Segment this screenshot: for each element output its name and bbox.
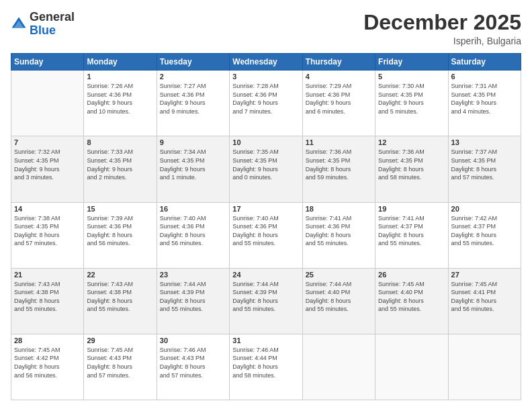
day-info: Sunrise: 7:36 AM Sunset: 4:35 PM Dayligh…: [378, 148, 445, 181]
calendar-header-row: Sunday Monday Tuesday Wednesday Thursday…: [11, 54, 521, 71]
day-info: Sunrise: 7:45 AM Sunset: 4:43 PM Dayligh…: [87, 346, 153, 379]
calendar-cell: 16Sunrise: 7:40 AM Sunset: 4:36 PM Dayli…: [157, 202, 229, 268]
day-number: 23: [160, 271, 226, 279]
col-monday: Monday: [84, 54, 157, 71]
calendar-cell: 22Sunrise: 7:43 AM Sunset: 4:38 PM Dayli…: [84, 268, 157, 334]
day-number: 7: [14, 138, 81, 146]
calendar-cell: [11, 71, 84, 136]
calendar-cell: [302, 334, 375, 400]
day-info: Sunrise: 7:43 AM Sunset: 4:38 PM Dayligh…: [14, 280, 81, 314]
logo: General Blue: [11, 11, 75, 38]
day-info: Sunrise: 7:39 AM Sunset: 4:36 PM Dayligh…: [87, 214, 153, 248]
calendar-cell: 25Sunrise: 7:44 AM Sunset: 4:40 PM Dayli…: [302, 268, 375, 334]
day-info: Sunrise: 7:46 AM Sunset: 4:44 PM Dayligh…: [232, 346, 299, 379]
day-number: 14: [14, 205, 81, 213]
col-tuesday: Tuesday: [157, 54, 229, 71]
calendar-cell: 23Sunrise: 7:44 AM Sunset: 4:39 PM Dayli…: [157, 268, 229, 334]
day-info: Sunrise: 7:36 AM Sunset: 4:35 PM Dayligh…: [306, 148, 372, 181]
day-number: 13: [451, 138, 518, 146]
day-info: Sunrise: 7:33 AM Sunset: 4:35 PM Dayligh…: [87, 148, 153, 181]
day-number: 17: [232, 205, 299, 213]
col-saturday: Saturday: [448, 54, 521, 71]
day-number: 29: [87, 336, 153, 345]
calendar-week-3: 14Sunrise: 7:38 AM Sunset: 4:35 PM Dayli…: [11, 202, 521, 268]
col-sunday: Sunday: [11, 54, 84, 71]
day-info: Sunrise: 7:41 AM Sunset: 4:36 PM Dayligh…: [306, 214, 372, 248]
calendar-cell: 9Sunrise: 7:34 AM Sunset: 4:35 PM Daylig…: [157, 136, 229, 202]
day-info: Sunrise: 7:29 AM Sunset: 4:36 PM Dayligh…: [306, 82, 372, 116]
calendar-cell: 5Sunrise: 7:30 AM Sunset: 4:35 PM Daylig…: [375, 71, 448, 136]
calendar-week-2: 7Sunrise: 7:32 AM Sunset: 4:35 PM Daylig…: [11, 136, 521, 202]
calendar-cell: 24Sunrise: 7:44 AM Sunset: 4:39 PM Dayli…: [230, 268, 302, 334]
col-thursday: Thursday: [302, 54, 375, 71]
day-number: 3: [232, 73, 299, 81]
day-info: Sunrise: 7:43 AM Sunset: 4:38 PM Dayligh…: [87, 280, 153, 314]
calendar-cell: 4Sunrise: 7:29 AM Sunset: 4:36 PM Daylig…: [302, 71, 375, 136]
day-info: Sunrise: 7:28 AM Sunset: 4:36 PM Dayligh…: [232, 82, 299, 116]
calendar-cell: 28Sunrise: 7:45 AM Sunset: 4:42 PM Dayli…: [11, 334, 84, 400]
day-info: Sunrise: 7:40 AM Sunset: 4:36 PM Dayligh…: [232, 214, 299, 248]
day-number: 15: [87, 205, 153, 213]
day-number: 19: [378, 205, 445, 213]
day-number: 26: [378, 271, 445, 279]
calendar-cell: 17Sunrise: 7:40 AM Sunset: 4:36 PM Dayli…: [230, 202, 302, 268]
calendar-cell: 1Sunrise: 7:26 AM Sunset: 4:36 PM Daylig…: [84, 71, 157, 136]
day-info: Sunrise: 7:27 AM Sunset: 4:36 PM Dayligh…: [160, 82, 226, 116]
page: General Blue December 2025 Isperih, Bulg…: [0, 0, 532, 411]
calendar-cell: 20Sunrise: 7:42 AM Sunset: 4:37 PM Dayli…: [448, 202, 521, 268]
calendar-cell: 8Sunrise: 7:33 AM Sunset: 4:35 PM Daylig…: [84, 136, 157, 202]
calendar-table: Sunday Monday Tuesday Wednesday Thursday…: [11, 53, 521, 400]
day-number: 27: [451, 271, 518, 279]
col-friday: Friday: [375, 54, 448, 71]
calendar-cell: 15Sunrise: 7:39 AM Sunset: 4:36 PM Dayli…: [84, 202, 157, 268]
day-info: Sunrise: 7:38 AM Sunset: 4:35 PM Dayligh…: [14, 214, 81, 248]
calendar-cell: [448, 334, 521, 400]
calendar-cell: 21Sunrise: 7:43 AM Sunset: 4:38 PM Dayli…: [11, 268, 84, 334]
day-info: Sunrise: 7:30 AM Sunset: 4:35 PM Dayligh…: [378, 82, 445, 116]
day-number: 1: [87, 73, 153, 81]
calendar-week-5: 28Sunrise: 7:45 AM Sunset: 4:42 PM Dayli…: [11, 334, 521, 400]
logo-icon: [11, 16, 27, 32]
day-info: Sunrise: 7:45 AM Sunset: 4:42 PM Dayligh…: [14, 346, 81, 379]
calendar-cell: 3Sunrise: 7:28 AM Sunset: 4:36 PM Daylig…: [230, 71, 302, 136]
logo-blue: Blue: [30, 24, 56, 37]
location: Isperih, Bulgaria: [363, 36, 521, 46]
day-info: Sunrise: 7:46 AM Sunset: 4:43 PM Dayligh…: [160, 346, 226, 379]
calendar-cell: 7Sunrise: 7:32 AM Sunset: 4:35 PM Daylig…: [11, 136, 84, 202]
day-number: 5: [378, 73, 445, 81]
calendar-cell: 10Sunrise: 7:35 AM Sunset: 4:35 PM Dayli…: [230, 136, 302, 202]
title-block: December 2025 Isperih, Bulgaria: [363, 11, 521, 46]
day-number: 20: [451, 205, 518, 213]
calendar-cell: 13Sunrise: 7:37 AM Sunset: 4:35 PM Dayli…: [448, 136, 521, 202]
day-info: Sunrise: 7:32 AM Sunset: 4:35 PM Dayligh…: [14, 148, 81, 181]
calendar-cell: 29Sunrise: 7:45 AM Sunset: 4:43 PM Dayli…: [84, 334, 157, 400]
logo-general: General: [30, 10, 75, 24]
calendar-cell: 26Sunrise: 7:45 AM Sunset: 4:40 PM Dayli…: [375, 268, 448, 334]
day-number: 28: [14, 336, 81, 345]
calendar-cell: 19Sunrise: 7:41 AM Sunset: 4:37 PM Dayli…: [375, 202, 448, 268]
day-number: 16: [160, 205, 226, 213]
day-info: Sunrise: 7:44 AM Sunset: 4:39 PM Dayligh…: [232, 280, 299, 314]
calendar-cell: 12Sunrise: 7:36 AM Sunset: 4:35 PM Dayli…: [375, 136, 448, 202]
day-number: 12: [378, 138, 445, 146]
day-number: 11: [306, 138, 372, 146]
calendar-cell: 14Sunrise: 7:38 AM Sunset: 4:35 PM Dayli…: [11, 202, 84, 268]
month-title: December 2025: [363, 11, 521, 34]
day-info: Sunrise: 7:44 AM Sunset: 4:40 PM Dayligh…: [306, 280, 372, 314]
day-number: 25: [306, 271, 372, 279]
day-number: 21: [14, 271, 81, 279]
calendar-week-1: 1Sunrise: 7:26 AM Sunset: 4:36 PM Daylig…: [11, 71, 521, 136]
day-number: 6: [451, 73, 518, 81]
calendar-week-4: 21Sunrise: 7:43 AM Sunset: 4:38 PM Dayli…: [11, 268, 521, 334]
day-info: Sunrise: 7:37 AM Sunset: 4:35 PM Dayligh…: [451, 148, 518, 181]
day-number: 4: [306, 73, 372, 81]
day-info: Sunrise: 7:41 AM Sunset: 4:37 PM Dayligh…: [378, 214, 445, 248]
day-number: 10: [232, 138, 299, 146]
day-number: 24: [232, 271, 299, 279]
day-number: 2: [160, 73, 226, 81]
day-info: Sunrise: 7:31 AM Sunset: 4:35 PM Dayligh…: [451, 82, 518, 116]
logo-text: General Blue: [30, 11, 75, 38]
day-number: 22: [87, 271, 153, 279]
day-info: Sunrise: 7:40 AM Sunset: 4:36 PM Dayligh…: [160, 214, 226, 248]
day-info: Sunrise: 7:26 AM Sunset: 4:36 PM Dayligh…: [87, 82, 153, 116]
